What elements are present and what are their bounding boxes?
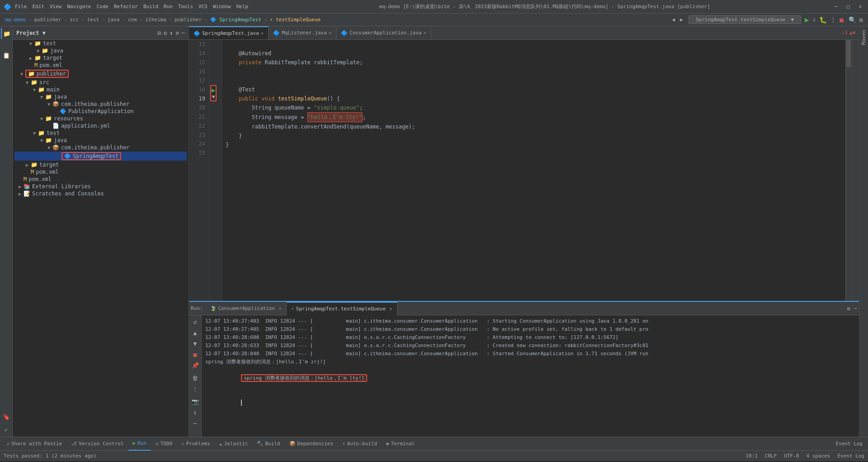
cursor-position[interactable]: 18:1: [745, 453, 758, 459]
settings-button[interactable]: ⚙: [859, 16, 863, 24]
nav-forward[interactable]: ▶: [680, 17, 683, 23]
tree-item-src[interactable]: ▼ 📁 src: [13, 79, 189, 86]
tree-item-test2[interactable]: ▼ 📁 test: [13, 129, 189, 137]
tree-item-test[interactable]: ▼ 📁 test: [13, 40, 189, 47]
menu-navigate[interactable]: Navigate: [67, 4, 91, 10]
console-output[interactable]: 12-07 13:40:27:403 INFO 12824 --- [ main…: [202, 315, 859, 437]
tree-item-pom1[interactable]: ▶ M pom.xml: [13, 62, 189, 69]
sort-icon[interactable]: ↕: [170, 30, 173, 36]
menu-build[interactable]: Build: [143, 4, 158, 10]
run-button[interactable]: ▶: [805, 15, 809, 24]
project-icon[interactable]: 📁: [1, 28, 12, 39]
tree-item-publisher-app[interactable]: ▶ 🔷 PublisherApplication: [13, 108, 189, 115]
menu-help[interactable]: Help: [236, 4, 249, 10]
menu-bar[interactable]: File Edit View Navigate Code Refactor Bu…: [15, 4, 248, 10]
footer-tab-todo[interactable]: ☑ TODO: [151, 437, 177, 451]
project-header-icons[interactable]: ⊟ ◎ ↕ ⚙ ─: [158, 30, 185, 36]
tree-item-yml[interactable]: ▶ 📄 application.yml: [13, 122, 189, 129]
breadcrumb-java[interactable]: java: [108, 17, 120, 23]
warning-up-icon[interactable]: ▲: [849, 30, 853, 36]
menu-window[interactable]: Window: [213, 4, 231, 10]
tree-item-pom-root[interactable]: ▶ M pom.xml: [13, 176, 189, 183]
code-content[interactable]: @Autowired private RabbitTemplate rabbit…: [222, 40, 845, 301]
encoding[interactable]: UTF-8: [784, 453, 799, 459]
footer-tab-run[interactable]: ▶ Run: [128, 437, 151, 451]
scroll-down-icon[interactable]: ▼: [191, 339, 200, 348]
menu-code[interactable]: Code: [96, 4, 108, 10]
window-controls[interactable]: ─ □ ✕: [832, 3, 864, 10]
tree-item-java2[interactable]: ▼ 📁 java: [13, 93, 189, 100]
sort-run-icon[interactable]: ↕: [191, 408, 200, 417]
collapse-all-icon[interactable]: ⊟: [158, 30, 161, 36]
tree-item-java3[interactable]: ▼ 📁 java: [13, 137, 189, 144]
nav-back[interactable]: ◀: [672, 17, 675, 23]
footer-tab-problems[interactable]: ⚠ Problems: [177, 437, 215, 451]
breadcrumb-com[interactable]: com: [128, 17, 137, 23]
tree-item-spring-amqp-test[interactable]: ▶ 🔷 SpringAmqpTest: [14, 152, 187, 161]
tree-item-pom2[interactable]: ▶ M pom.xml: [13, 168, 189, 176]
minimize-run-panel[interactable]: ─: [854, 305, 857, 312]
locate-icon[interactable]: ◎: [164, 30, 167, 36]
more-run-button[interactable]: ⋮: [830, 16, 836, 24]
maximize-button[interactable]: □: [844, 3, 853, 10]
tree-item-resources[interactable]: ▼ 📁 resources: [13, 115, 189, 122]
tab-close-button[interactable]: ✕: [261, 30, 264, 36]
breadcrumb-itheima[interactable]: itheima: [145, 17, 166, 23]
menu-edit[interactable]: Edit: [33, 4, 45, 10]
footer-tab-share[interactable]: ↗ Share with Pastie: [2, 437, 66, 451]
menu-run[interactable]: Run: [164, 4, 173, 10]
tree-item-publisher[interactable]: ▼ 📁 publisher: [14, 69, 187, 78]
scroll-thumb[interactable]: [846, 40, 851, 67]
footer-tab-deps[interactable]: 📦 Dependencies: [285, 437, 338, 451]
settings-icon[interactable]: ⚙: [176, 30, 179, 36]
breadcrumb-test[interactable]: test: [87, 17, 99, 23]
minimize-panel-icon[interactable]: ─: [182, 30, 185, 36]
more-icon[interactable]: ⋯: [191, 419, 200, 428]
gutter-down-icon[interactable]: ▼: [212, 94, 215, 100]
tree-item-main[interactable]: ▼ 📁 main: [13, 86, 189, 93]
warnings-indicator[interactable]: ⚠ 3 ▲ ▼: [838, 30, 859, 36]
stop-run-icon[interactable]: ■: [191, 350, 200, 359]
tab-close-button3[interactable]: ✕: [423, 30, 426, 36]
tree-item-target2[interactable]: ▶ 📁 target: [13, 161, 189, 168]
breadcrumb-publisher2[interactable]: publisher: [175, 17, 202, 23]
menu-tools[interactable]: Tools: [178, 4, 193, 10]
breadcrumb-src[interactable]: src: [70, 17, 79, 23]
filter-icon[interactable]: ⋮: [191, 384, 200, 393]
tab-spring-amqp-run[interactable]: ⚡ SpringAmqpTest.testSimpleQueue ✕: [287, 302, 397, 315]
minimize-button[interactable]: ─: [832, 3, 840, 10]
tab-close-run2[interactable]: ✕: [389, 306, 392, 312]
tab-spring-amqp-test[interactable]: 🔷 SpringAmqpTest.java ✕: [189, 26, 269, 40]
footer-tab-vcs[interactable]: ⎇ Version Control: [66, 437, 128, 451]
camera-icon[interactable]: 📷: [191, 397, 200, 406]
tree-item-java1[interactable]: ▼ 📁 java: [13, 47, 189, 54]
tab-mq-listener[interactable]: 🔷 MqListener.java ✕: [269, 26, 336, 40]
line-ending[interactable]: CRLF: [765, 453, 777, 459]
tab-consumer-app[interactable]: 🔷 ConsumerApplication.java ✕: [336, 26, 431, 40]
tree-item-package[interactable]: ▼ 📦 com.itheima.publisher: [13, 100, 189, 108]
menu-refactor[interactable]: Refactor: [114, 4, 138, 10]
footer-tab-jelastic[interactable]: ☁ Jelastic: [215, 437, 253, 451]
structure-icon[interactable]: 📋: [1, 50, 12, 61]
clear-icon[interactable]: 🗑: [191, 373, 200, 382]
tab-consumer-app-run[interactable]: 🍃 ConsumerApplication ✕: [206, 302, 287, 315]
footer-tab-auto-build[interactable]: ⚡ Auto-build: [338, 437, 382, 451]
run-test-icon[interactable]: ▶: [212, 86, 215, 94]
breadcrumb-publisher[interactable]: publisher: [34, 17, 61, 23]
tab-close-run[interactable]: ✕: [278, 305, 282, 311]
breadcrumb-class[interactable]: 🔷 SpringAmqpTest: [210, 17, 261, 23]
gutter-run-icons[interactable]: ▶ ▼: [210, 85, 217, 101]
pin-icon[interactable]: 📌: [191, 361, 200, 370]
breadcrumb-method[interactable]: ⚡ testSimpleQueue: [270, 17, 321, 23]
todo-icon[interactable]: ✓: [1, 424, 12, 435]
tab-close-button2[interactable]: ✕: [329, 30, 332, 36]
warning-down-icon[interactable]: ▼: [852, 30, 855, 36]
footer-tab-terminal[interactable]: ▪ Terminal: [382, 437, 420, 451]
footer-tab-build[interactable]: 🔨 Build: [252, 437, 284, 451]
menu-vcs[interactable]: VCS: [198, 4, 208, 10]
tree-item-target1[interactable]: ▶ 📁 target: [13, 54, 189, 62]
tree-item-scratches[interactable]: ▶ 📝 Scratches and Consoles: [13, 190, 189, 197]
restart-icon[interactable]: ↺: [191, 317, 200, 326]
debug-button[interactable]: 🐛: [819, 16, 827, 24]
close-button[interactable]: ✕: [856, 3, 864, 10]
